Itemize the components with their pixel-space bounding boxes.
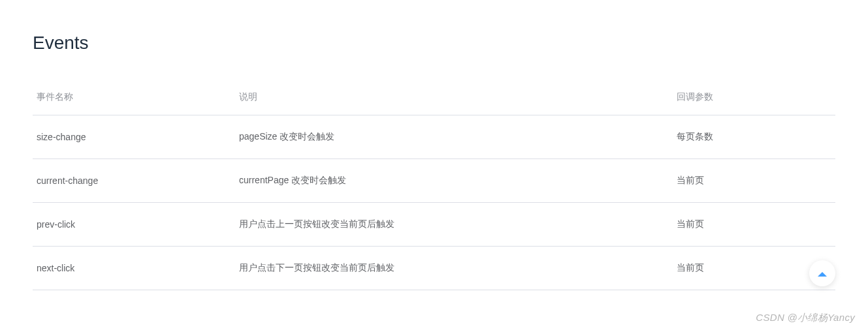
event-description-cell: currentPage 改变时会触发 <box>235 159 673 203</box>
events-table: 事件名称 说明 回调参数 size-change pageSize 改变时会触发… <box>33 80 835 290</box>
event-callback-cell: 当前页 <box>673 159 835 203</box>
watermark-text: CSDN @小绵杨Yancy <box>756 312 855 324</box>
table-row: prev-click 用户点击上一页按钮改变当前页后触发 当前页 <box>33 203 835 247</box>
section-title: Events <box>33 33 835 53</box>
event-callback-cell: 每页条数 <box>673 115 835 159</box>
svg-marker-0 <box>818 272 827 277</box>
event-name-cell: current-change <box>33 159 235 203</box>
caret-up-icon <box>818 267 827 279</box>
table-row: current-change currentPage 改变时会触发 当前页 <box>33 159 835 203</box>
table-row: size-change pageSize 改变时会触发 每页条数 <box>33 115 835 159</box>
events-section: Events 事件名称 说明 回调参数 size-change pageSize… <box>0 0 868 290</box>
event-description-cell: 用户点击下一页按钮改变当前页后触发 <box>235 247 673 290</box>
event-name-cell: next-click <box>33 247 235 290</box>
table-header-name: 事件名称 <box>33 80 235 115</box>
table-header-callback: 回调参数 <box>673 80 835 115</box>
event-description-cell: 用户点击上一页按钮改变当前页后触发 <box>235 203 673 247</box>
table-header-row: 事件名称 说明 回调参数 <box>33 80 835 115</box>
event-callback-cell: 当前页 <box>673 203 835 247</box>
event-description-cell: pageSize 改变时会触发 <box>235 115 673 159</box>
event-name-cell: size-change <box>33 115 235 159</box>
table-header-description: 说明 <box>235 80 673 115</box>
event-name-cell: prev-click <box>33 203 235 247</box>
table-row: next-click 用户点击下一页按钮改变当前页后触发 当前页 <box>33 247 835 290</box>
scroll-to-top-button[interactable] <box>809 260 835 286</box>
